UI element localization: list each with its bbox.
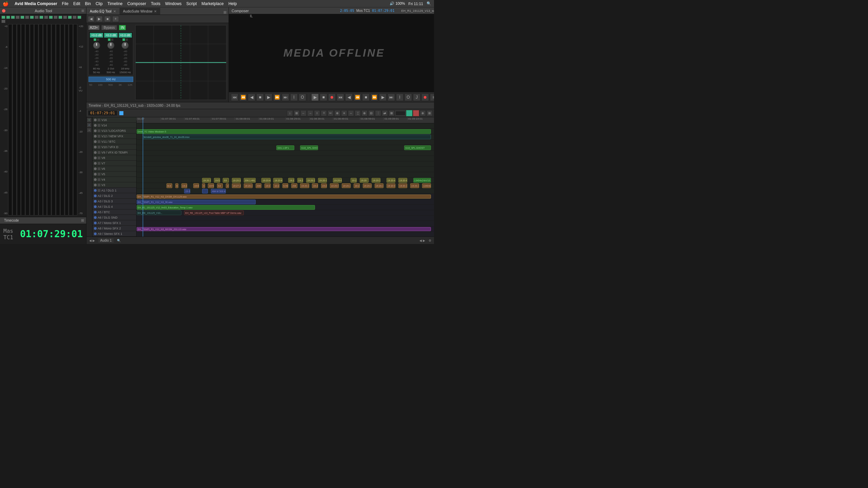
audio-tool-expand[interactable]: ⊞ <box>81 9 84 13</box>
clip-v5-3[interactable]: S3 <box>223 178 229 183</box>
transport-stop[interactable]: ■ <box>256 94 264 101</box>
clip-v4-19[interactable]: 10:20:484 <box>330 183 339 188</box>
v6-lock[interactable] <box>98 167 100 170</box>
clip-v4-20[interactable]: 19:20-330 <box>342 183 351 188</box>
v6-selector[interactable] <box>94 167 97 170</box>
clip-v5-1[interactable]: 19:20:330 <box>202 178 211 183</box>
clip-v11-3[interactable]: G18_SPL.GHOST <box>404 145 431 150</box>
tl-tool-13[interactable]: ⊟ <box>368 110 374 116</box>
clip-v4-15[interactable]: 20it <box>291 183 297 188</box>
clip-v3-3[interactable]: 484 M 509 M <box>211 189 226 194</box>
menu-bin[interactable]: Bin <box>85 1 91 6</box>
clip-v5-2[interactable]: 19:50 <box>214 178 220 183</box>
a4-selector[interactable] <box>94 205 97 208</box>
clip-a4-1[interactable]: EH_RE_191125_V10... <box>137 210 181 215</box>
clip-a3-1[interactable]: EH_R1_191125_V12_fm03_Education_Temp 1.w… <box>137 205 315 210</box>
tc-expand[interactable]: ⊞ <box>81 218 84 223</box>
v11-selector[interactable] <box>94 140 97 143</box>
clip-a1-1[interactable]: EH_TEMPI_R1_V12_N3_DXSM_DX1129.wav <box>137 195 431 199</box>
v12-lock[interactable] <box>98 135 100 138</box>
vu-btn-8[interactable] <box>35 16 39 19</box>
vu-btn-5[interactable] <box>20 16 24 19</box>
status-nav-arrows[interactable]: ◀ ▶ <box>419 239 425 242</box>
side-ctrl-add[interactable]: + <box>87 128 92 133</box>
clip-v4-4[interactable]: 19:80-50-24 <box>193 183 199 188</box>
v8-selector[interactable] <box>94 157 97 159</box>
transport-btn-b10[interactable]: J <box>413 94 420 101</box>
clip-v4-11[interactable]: 20it:481 <box>256 183 262 188</box>
a1-selector[interactable] <box>94 189 97 192</box>
clip-v4-10[interactable]: 19:20-342 <box>244 183 253 188</box>
v16-selector[interactable] <box>94 119 97 121</box>
band-solo-2[interactable] <box>111 38 114 41</box>
clip-v5-15[interactable]: 19:20:330 <box>372 178 380 183</box>
tab-audiosuite-close[interactable]: ✕ <box>154 9 157 13</box>
clip-v11-2[interactable]: G18_SPL.GHOST <box>300 145 318 150</box>
clip-score-1[interactable]: EH_TEMPI_R1_V12_N3_MXSM_201119.wav <box>137 227 431 231</box>
transport-btn-a1[interactable]: ▶ <box>311 94 319 101</box>
v7-lock[interactable] <box>98 162 100 165</box>
tab-audiosuite[interactable]: AudioSuite Window ✕ <box>120 8 161 15</box>
clip-v3-1[interactable]: 15-50-3 <box>184 189 190 194</box>
tl-tool-3[interactable]: ← <box>300 110 307 116</box>
a6-selector[interactable] <box>94 216 97 219</box>
eq-bypass-button[interactable]: Bypass <box>101 25 117 30</box>
clip-v3-2[interactable] <box>202 189 208 194</box>
clip-v14-main[interactable]: 0mm_TC Video Mixdown 5 <box>137 129 431 134</box>
clip-v4-22[interactable]: 19:20-341:V10 <box>363 183 372 188</box>
tl-tool-2[interactable]: ⊞ <box>294 110 300 116</box>
tl-tool-4[interactable]: → <box>307 110 313 116</box>
vu-btn-15[interactable] <box>68 16 72 19</box>
clip-a4-2[interactable]: EH_RE_191125_v10_Pool Table MBP UP Demo.… <box>184 210 243 215</box>
vu-btn-13[interactable] <box>58 16 62 19</box>
menu-marketplace[interactable]: Marketplace <box>201 1 223 6</box>
clip-v4-13[interactable]: 10:20:484 <box>273 183 279 188</box>
clip-v5-6[interactable]: 19:20:484 <box>261 178 270 183</box>
tl-tool-6[interactable]: ⌗ <box>321 110 327 116</box>
transport-btn-b1[interactable]: ⏮ <box>337 94 344 101</box>
vu-btn-3[interactable] <box>11 16 15 19</box>
a1-lock[interactable] <box>98 189 100 192</box>
clip-v5-17[interactable]: 19:20:484 <box>398 178 407 183</box>
clip-v4-23[interactable]: 19:20-339 <box>375 183 383 188</box>
menu-search[interactable]: 🔍 <box>427 1 431 6</box>
clip-v4-12[interactable]: 19:20 <box>264 183 271 188</box>
transport-step-back[interactable]: ⏪ <box>239 94 247 101</box>
v14-selector[interactable] <box>94 124 97 127</box>
a8-selector[interactable] <box>94 227 97 230</box>
vu-btn-14[interactable] <box>63 16 67 19</box>
tab-audio-eq-close[interactable]: ✕ <box>113 9 116 13</box>
band-solo-1[interactable] <box>97 38 99 41</box>
tl-tool-12[interactable]: ⊕ <box>361 110 368 116</box>
clip-v5-12[interactable]: 19:20:484 <box>333 178 342 183</box>
vu-btn-18[interactable] <box>1 20 5 23</box>
clip-v5-4[interactable]: 19:20:330 <box>232 178 241 183</box>
vu-btn-9[interactable] <box>39 16 43 19</box>
clip-v5-5[interactable]: 20it:1:481 <box>244 178 256 183</box>
vu-btn-10[interactable] <box>44 16 48 19</box>
v9-selector[interactable] <box>94 151 97 154</box>
tl-tool-15[interactable]: ⇄ <box>382 110 388 116</box>
clip-v4-1[interactable]: B.E <box>166 183 173 188</box>
transport-btn-b4[interactable]: ■ <box>362 94 370 101</box>
transport-mark-in[interactable]: I <box>290 94 298 101</box>
eq-tool-3[interactable]: ■ <box>104 16 111 22</box>
side-ctrl-a[interactable]: A <box>87 123 92 127</box>
clip-v4-6[interactable]: 19:50:277 <box>208 183 214 188</box>
v11-lock[interactable] <box>98 140 100 143</box>
a2-selector[interactable] <box>94 195 97 197</box>
clip-v5-18[interactable]: 13404x24xV10... <box>413 178 431 183</box>
clip-v4-5[interactable]: 3 <box>202 183 205 188</box>
v8-lock[interactable] <box>98 157 100 159</box>
clip-v4-18[interactable]: 19:20 <box>321 183 327 188</box>
clip-v5-16[interactable]: 19:20:484 <box>387 178 395 183</box>
timeline-tracks[interactable]: 01:07 01:07:39:01 01:07:49:01 01:07:59:0… <box>137 117 434 237</box>
clip-v4-14[interactable]: 6,509:DC <box>282 183 289 188</box>
clip-v4-8[interactable]: 15-50 <box>226 183 229 188</box>
tab-audio-eq[interactable]: Audio EQ Tool ✕ <box>86 8 120 15</box>
band-enable-2[interactable] <box>108 38 111 41</box>
tl-tool-9[interactable]: ≡ <box>341 110 347 116</box>
clip-v4-25[interactable]: 19:20-342 <box>398 183 407 188</box>
vu-btn-11[interactable] <box>49 16 53 19</box>
a5-selector[interactable] <box>94 211 97 214</box>
